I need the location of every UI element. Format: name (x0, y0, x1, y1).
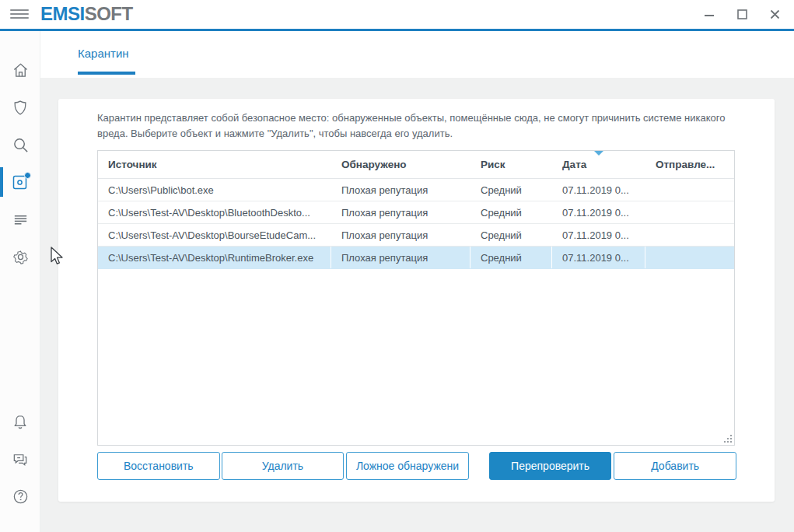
cell-detected: Плохая репутация (331, 247, 470, 268)
delete-button[interactable]: Удалить (222, 452, 345, 480)
accent-divider (0, 29, 794, 31)
sidebar-spacer (0, 275, 40, 403)
content-area: Карантин представляет собой безопасное м… (40, 78, 794, 532)
logs-icon (12, 211, 30, 229)
sidebar-item-settings[interactable] (0, 238, 40, 275)
restore-button[interactable]: Восстановить (97, 452, 220, 480)
minimize-icon (704, 9, 715, 20)
cell-source: C:\Users\Test-AV\Desktop\RuntimeBroker.e… (98, 247, 331, 268)
cell-source: C:\Users\Test-AV\Desktop\BluetoothDeskto… (98, 201, 331, 223)
cell-risk: Средний (470, 247, 552, 268)
sort-indicator-icon (594, 151, 603, 156)
help-icon (12, 488, 30, 506)
column-header-risk[interactable]: Риск (470, 159, 552, 170)
sidebar-item-quarantine[interactable] (0, 163, 40, 201)
cell-risk: Средний (470, 224, 552, 246)
sidebar-item-logs[interactable] (0, 201, 40, 238)
table-row[interactable]: C:\Users\Test-AV\Desktop\BluetoothDeskto… (98, 201, 734, 224)
maximize-button[interactable] (724, 0, 760, 29)
emsisoft-logo: EMSISOFT (40, 3, 133, 25)
logo-text-primary: EMSI (40, 3, 85, 24)
logo-text-secondary: SOFT (85, 3, 133, 24)
column-header-date[interactable]: Дата (552, 159, 645, 170)
resize-grip-icon (723, 434, 733, 443)
table-row[interactable]: C:\Users\Test-AV\Desktop\BourseEtudeCam.… (98, 224, 734, 247)
menu-icon[interactable] (10, 9, 29, 20)
cell-risk: Средний (470, 201, 552, 223)
quarantine-table: Источник Обнаружено Риск Дата Отправле..… (97, 150, 735, 446)
table-row-selected[interactable]: C:\Users\Test-AV\Desktop\RuntimeBroker.e… (98, 247, 734, 269)
cell-date: 07.11.2019 0... (552, 224, 645, 246)
close-icon (770, 9, 780, 19)
gear-icon (12, 248, 30, 266)
sidebar-item-scan[interactable] (0, 126, 40, 163)
shield-icon (12, 99, 29, 117)
search-icon (12, 136, 30, 154)
bell-icon (12, 413, 29, 431)
cell-source: C:\Users\Public\bot.exe (98, 179, 331, 201)
close-button[interactable] (757, 0, 792, 29)
cell-source: C:\Users\Test-AV\Desktop\BourseEtudeCam.… (98, 224, 331, 246)
sidebar-item-notifications[interactable] (0, 403, 40, 440)
table-resize-grip[interactable] (723, 434, 733, 443)
title-bar: EMSISOFT (0, 0, 794, 29)
cell-detected: Плохая репутация (331, 201, 470, 223)
maximize-icon (737, 9, 747, 19)
quarantine-description: Карантин представляет собой безопасное м… (97, 110, 731, 141)
cell-risk: Средний (470, 179, 552, 201)
add-button[interactable]: Добавить (614, 452, 736, 480)
cell-detected: Плохая репутация (331, 179, 470, 201)
cell-sent (645, 224, 734, 246)
quarantine-panel: Карантин представляет собой безопасное м… (58, 99, 775, 502)
sidebar-item-home[interactable] (0, 51, 40, 89)
cell-sent (645, 247, 734, 268)
tab-bar: Карантин (40, 31, 794, 78)
column-header-sent[interactable]: Отправле... (645, 159, 734, 170)
chat-icon (11, 450, 30, 468)
sidebar-item-help[interactable] (0, 478, 40, 515)
cell-sent (645, 179, 734, 201)
cell-date: 07.11.2019 0... (552, 201, 645, 223)
false-positive-button[interactable]: Ложное обнаружени (346, 452, 469, 480)
minimize-button[interactable] (691, 0, 727, 29)
quarantine-badge-dot (24, 172, 31, 179)
sidebar-nav (0, 31, 40, 532)
tab-quarantine[interactable]: Карантин (78, 47, 129, 60)
cell-date: 07.11.2019 0... (552, 247, 645, 268)
home-icon (12, 61, 30, 79)
column-header-detected[interactable]: Обнаружено (331, 159, 470, 170)
cell-sent (645, 201, 734, 223)
recheck-button[interactable]: Перепроверить (489, 452, 612, 480)
active-indicator-bar (0, 167, 3, 197)
table-header-row: Источник Обнаружено Риск Дата Отправле..… (98, 151, 734, 179)
tab-active-underline (78, 72, 135, 75)
action-button-row: Восстановить Удалить Ложное обнаружени П… (97, 452, 736, 480)
sidebar-item-feedback[interactable] (0, 440, 40, 478)
column-header-source[interactable]: Источник (98, 159, 331, 170)
cell-detected: Плохая репутация (331, 224, 470, 246)
sidebar-item-protection[interactable] (0, 89, 40, 126)
table-row[interactable]: C:\Users\Public\bot.exe Плохая репутация… (98, 179, 734, 201)
cell-date: 07.11.2019 0... (552, 179, 645, 201)
